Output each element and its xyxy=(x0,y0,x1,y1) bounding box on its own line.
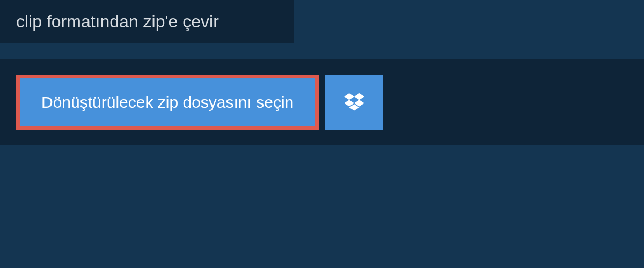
dropbox-icon xyxy=(344,93,364,111)
dropbox-button[interactable] xyxy=(325,75,383,130)
svg-marker-0 xyxy=(344,93,354,100)
page-title: clip formatından zip'e çevir xyxy=(16,12,219,31)
file-select-label: Dönüştürülecek zip dosyasını seçin xyxy=(41,93,294,111)
file-select-button[interactable]: Dönüştürülecek zip dosyasını seçin xyxy=(16,75,319,130)
page-title-tab: clip formatından zip'e çevir xyxy=(0,0,294,43)
upload-panel: Dönüştürülecek zip dosyasını seçin xyxy=(0,59,644,145)
button-row: Dönüştürülecek zip dosyasını seçin xyxy=(16,75,628,130)
svg-marker-1 xyxy=(354,93,364,100)
